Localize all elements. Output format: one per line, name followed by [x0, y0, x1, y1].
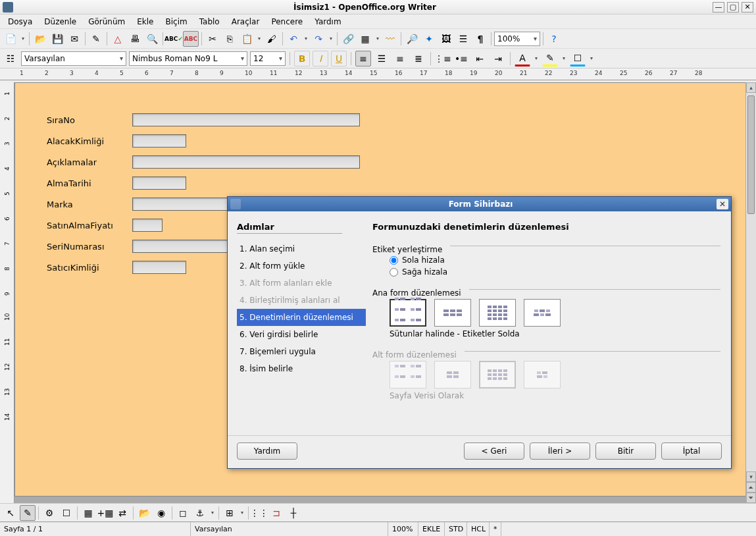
control-button[interactable]: ⚙ [41, 505, 57, 521]
align-left-radio[interactable]: Sola hizala [390, 255, 720, 265]
horizontal-ruler[interactable]: 1234567891011121314151617181920212223242… [0, 68, 756, 80]
align-left-input[interactable] [390, 256, 398, 265]
select-tool[interactable]: ↖ [3, 505, 18, 521]
cut-button[interactable]: ✂ [205, 31, 220, 47]
print-button[interactable]: 🖶 [127, 31, 143, 47]
copy-button[interactable]: ⎘ [222, 31, 238, 47]
wizard-step[interactable]: 7. Biçemleri uygula [237, 343, 366, 360]
wizard-step[interactable]: 6. Veri girdisi belirle [237, 326, 366, 343]
paste-dropdown[interactable]: ▾ [256, 31, 263, 47]
help-button[interactable]: Yardım [237, 442, 297, 460]
minimize-button[interactable]: — [713, 2, 724, 13]
add-field-button[interactable]: +▦ [97, 505, 113, 521]
menu-araçlar[interactable]: Araçlar [226, 16, 265, 28]
form-button[interactable]: ☐ [59, 505, 74, 521]
datasources-button[interactable]: ☰ [455, 31, 471, 47]
wizard-step[interactable]: 1. Alan seçimi [237, 240, 366, 257]
underline-button[interactable]: U [331, 51, 347, 67]
snap-button[interactable]: ⊐ [268, 505, 284, 521]
font-color-button[interactable]: A [515, 51, 530, 67]
gallery-button[interactable]: 🖼 [438, 31, 454, 47]
wizard-step[interactable]: 8. İsim belirle [237, 360, 366, 377]
scroll-thumb[interactable] [747, 95, 755, 214]
menu-pencere[interactable]: Pencere [266, 16, 308, 28]
field-input[interactable] [132, 155, 360, 169]
undo-dropdown[interactable]: ▾ [303, 31, 309, 47]
field-input[interactable] [132, 134, 186, 147]
field-input[interactable] [132, 219, 163, 232]
status-hcl[interactable]: HCL [467, 522, 490, 536]
next-page-button[interactable]: ⏷ [746, 493, 756, 503]
paste-button[interactable]: 📋 [239, 31, 255, 47]
hyperlink-button[interactable]: 🔗 [340, 31, 356, 47]
guides-button[interactable]: ┼ [286, 505, 301, 521]
scroll-up-button[interactable]: ▴ [746, 82, 756, 93]
status-zoom[interactable]: 100% [388, 522, 418, 536]
anchor-button[interactable]: ⚓ [192, 505, 208, 521]
redo-button[interactable]: ↷ [311, 31, 326, 47]
design-mode-button[interactable]: ✎ [20, 505, 36, 521]
undo-button[interactable]: ↶ [286, 31, 301, 47]
table-button[interactable]: ▦ [357, 31, 373, 47]
numbering-button[interactable]: ⋮≡ [435, 51, 451, 67]
styles-button[interactable]: ☷ [3, 51, 18, 67]
edit-button[interactable]: ✎ [88, 31, 104, 47]
align-center-button[interactable]: ☰ [374, 51, 390, 67]
position-button[interactable]: ◻ [175, 505, 191, 521]
prev-page-button[interactable]: ⏶ [746, 482, 756, 493]
auto-focus-button[interactable]: ◉ [153, 505, 169, 521]
wizard-step[interactable]: 2. Alt form yükle [237, 257, 366, 275]
open-design-button[interactable]: 📂 [136, 505, 152, 521]
main-layout-columns-top[interactable] [434, 299, 471, 327]
wizard-step[interactable]: 5. Denetimlerin düzenlemesi [237, 309, 366, 326]
spellcheck-button[interactable]: ABC✔ [166, 31, 182, 47]
font-color-dropdown[interactable]: ▾ [533, 51, 540, 67]
status-style[interactable]: Varsayılan [191, 522, 388, 536]
vertical-ruler[interactable]: 1234567891011121314 [0, 82, 14, 503]
align-button[interactable]: ⊞ [222, 505, 238, 521]
align-right-radio[interactable]: Sağa hizala [390, 267, 720, 277]
field-input[interactable] [132, 261, 186, 274]
find-button[interactable]: 🔎 [404, 31, 420, 47]
table-dropdown[interactable]: ▾ [374, 31, 381, 47]
nonprinting-button[interactable]: ¶ [472, 31, 488, 47]
open-button[interactable]: 📂 [32, 31, 48, 47]
justify-button[interactable]: ≣ [411, 51, 426, 67]
status-modified[interactable]: * [490, 522, 501, 536]
menu-dosya[interactable]: Dosya [3, 16, 38, 28]
align-dropdown[interactable]: ▾ [239, 505, 245, 521]
scroll-down-button[interactable]: ▾ [746, 471, 756, 482]
status-page[interactable]: Sayfa 1 / 1 [0, 522, 191, 536]
back-button[interactable]: < Geri [464, 442, 524, 460]
preview-button[interactable]: 🔍 [144, 31, 160, 47]
menu-tablo[interactable]: Tablo [194, 16, 225, 28]
new-doc-button[interactable]: 📄 [3, 31, 18, 47]
highlight-button[interactable]: ✎ [542, 51, 558, 67]
dialog-close-button[interactable]: ✕ [717, 199, 728, 209]
draw-button[interactable]: 〰 [382, 31, 398, 47]
align-right-button[interactable]: ≡ [392, 51, 408, 67]
bgcolor-dropdown[interactable]: ▾ [588, 51, 595, 67]
main-layout-columns-left[interactable] [390, 299, 426, 327]
menu-ekle[interactable]: Ekle [132, 16, 159, 28]
email-button[interactable]: ✉ [66, 31, 82, 47]
next-button[interactable]: İleri > [530, 442, 590, 460]
dialog-titlebar[interactable]: Form Sihirbazı ✕ [228, 197, 731, 211]
highlight-dropdown[interactable]: ▾ [561, 51, 567, 67]
redo-dropdown[interactable]: ▾ [328, 31, 334, 47]
field-input[interactable] [132, 176, 186, 190]
menu-düzenle[interactable]: Düzenle [39, 16, 82, 28]
main-layout-blocks[interactable] [524, 299, 561, 327]
save-button[interactable]: 💾 [49, 31, 65, 47]
help-button[interactable]: ? [546, 31, 562, 47]
grid-button[interactable]: ⋮⋮ [251, 505, 267, 521]
bgcolor-button[interactable]: ☐ [570, 51, 586, 67]
align-right-input[interactable] [390, 268, 398, 277]
autospell-button[interactable]: ABC [183, 31, 199, 47]
new-dropdown[interactable]: ▾ [20, 31, 26, 47]
increase-indent-button[interactable]: ⇥ [490, 51, 506, 67]
status-insert[interactable]: EKLE [418, 522, 445, 536]
nav-button[interactable]: ▦ [80, 505, 96, 521]
menu-yardım[interactable]: Yardım [309, 16, 346, 28]
font-name-combo[interactable]: Nimbus Roman No9 L [129, 51, 247, 66]
